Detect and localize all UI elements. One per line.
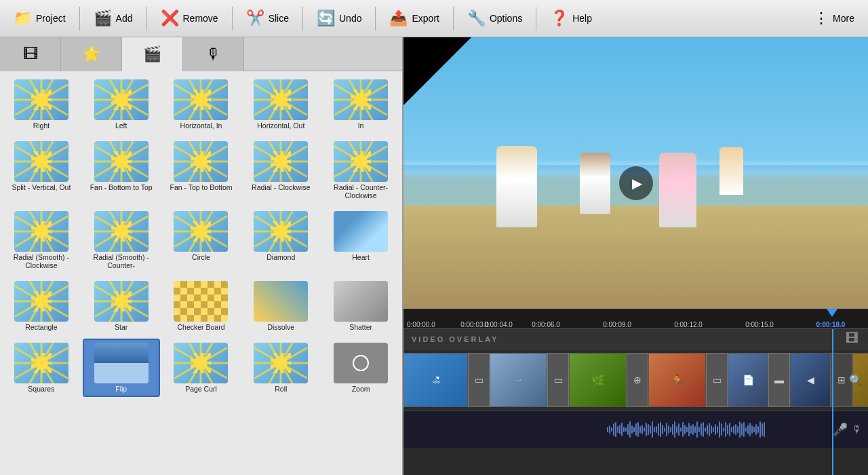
transition-fan-bottom-top[interactable]: Fan - Bottom to Top <box>83 137 160 204</box>
transition-page-curl[interactable]: Page Curl <box>163 339 240 398</box>
tab-audio[interactable]: 🎙 <box>183 37 244 71</box>
add-button[interactable]: 🎬 Add <box>85 5 141 31</box>
svg-line-118 <box>361 162 387 177</box>
svg-line-7 <box>15 85 41 100</box>
svg-line-105 <box>281 162 307 177</box>
waveform-bar <box>719 421 720 438</box>
transition-in[interactable]: In <box>322 75 399 134</box>
transition-dissolve[interactable]: Dissolve <box>242 277 319 336</box>
project-label: Project <box>36 13 66 24</box>
transitions-panel: Right Left Horizontal, In Horizontal, Ou… <box>0 71 402 475</box>
transition-horizontal-out[interactable]: Horizontal, Out <box>242 75 319 134</box>
transition-squares[interactable]: Squares <box>3 339 80 398</box>
transition-circle[interactable]: Circle <box>163 207 240 274</box>
svg-line-190 <box>26 281 41 301</box>
svg-line-236 <box>281 363 296 383</box>
waveform-bar <box>629 421 631 438</box>
clip-2[interactable]: → <box>490 353 547 407</box>
undo-button[interactable]: 🔄 Undo <box>309 5 370 31</box>
svg-line-8 <box>26 79 41 100</box>
transition-flip[interactable]: Flip <box>83 339 160 398</box>
svg-line-171 <box>281 231 296 252</box>
transition-roll[interactable]: Roll <box>242 339 319 398</box>
svg-point-38 <box>194 93 208 107</box>
svg-line-218 <box>41 343 57 363</box>
transition-radial-smooth-clockwise[interactable]: Radial (Smooth) - Clockwise <box>3 207 80 274</box>
transition-rectangle[interactable]: Rectangle <box>3 277 80 336</box>
mic-icon[interactable]: 🎤 <box>833 422 848 437</box>
svg-line-24 <box>121 85 148 100</box>
waveform-bar <box>623 427 625 432</box>
export-icon: 📤 <box>389 10 408 27</box>
waveform-bar <box>688 423 690 436</box>
options-button[interactable]: 🔧 Options <box>459 5 530 31</box>
transition-5[interactable]: ▬ <box>768 353 790 407</box>
transition-4[interactable]: ▭ <box>706 353 728 407</box>
transition-horizontal-in[interactable]: Horizontal, In <box>163 75 240 134</box>
transition-diamond[interactable]: Diamond <box>242 207 319 274</box>
transition-radial-clockwise[interactable]: Radial - Clockwise <box>242 137 319 204</box>
waveform-bar <box>762 423 763 436</box>
svg-line-76 <box>41 146 68 162</box>
right-area: 0:00:00.0 0:00:03.0 0:00:04.0 0:00:06.0 … <box>403 37 868 475</box>
playhead-triangle <box>827 309 837 317</box>
transition-heart[interactable]: Heart <box>322 207 399 274</box>
undo-label: Undo <box>339 13 361 24</box>
transition-thumb-ho <box>254 79 308 120</box>
toolbar: 📁 Project 🎬 Add ❌ Remove ✂️ Slice 🔄 Undo… <box>0 0 868 37</box>
waveform-bar <box>698 427 700 432</box>
clip-5[interactable]: 📄 <box>728 353 768 407</box>
play-button[interactable] <box>619 166 653 200</box>
transition-zoom[interactable]: Zoom <box>322 339 399 398</box>
export-button[interactable]: 📤 Export <box>381 5 447 31</box>
transition-2[interactable]: ▭ <box>547 353 569 407</box>
time-ruler: 0:00:00.0 0:00:03.0 0:00:04.0 0:00:06.0 … <box>403 309 868 329</box>
svg-line-192 <box>41 281 57 301</box>
transition-radial-smooth-counter[interactable]: Radial (Smooth) - Counter- <box>83 207 160 274</box>
remove-button[interactable]: ❌ Remove <box>153 5 226 31</box>
transition-star[interactable]: Star <box>83 277 160 336</box>
svg-line-30 <box>186 100 201 120</box>
svg-point-51 <box>274 93 288 107</box>
slice-icon: ✂️ <box>246 10 264 27</box>
waveform-bar <box>707 425 708 434</box>
clip-3[interactable]: 🌿 <box>569 353 627 407</box>
transition-split-vertical-out[interactable]: Split - Vertical, Out <box>3 137 80 204</box>
help-button[interactable]: ❓ Help <box>542 5 600 31</box>
transition-1[interactable]: ▭ <box>468 353 490 407</box>
clip-1[interactable]: 🏖 <box>403 353 468 407</box>
separator <box>453 7 454 31</box>
svg-line-170 <box>281 231 307 247</box>
svg-line-161 <box>175 231 201 247</box>
svg-line-128 <box>361 146 387 162</box>
svg-line-125 <box>346 141 361 162</box>
timeline-scroll-icon[interactable]: 🔍 <box>849 374 863 387</box>
clip-6[interactable]: ◀ <box>790 353 831 407</box>
transition-checker-board[interactable]: Checker Board <box>163 277 240 336</box>
audio-scroll-icon[interactable]: 🎙 <box>852 423 863 436</box>
transition-radial-counter-clockwise[interactable]: Radial - Counter- Clockwise <box>322 137 399 204</box>
project-button[interactable]: 📁 Project <box>5 5 74 31</box>
slice-button[interactable]: ✂️ Slice <box>238 5 297 31</box>
waveform-bar <box>760 421 761 438</box>
tab-favorites[interactable]: ⭐ <box>61 37 122 71</box>
transition-fan-top-bottom[interactable]: Fan - Top to Bottom <box>163 137 240 204</box>
waveform-bar <box>646 423 647 436</box>
svg-point-90 <box>115 155 128 168</box>
clip-4[interactable]: 🏃 <box>648 353 706 407</box>
transition-right[interactable]: Right <box>3 75 80 134</box>
transition-3[interactable]: ⊕ <box>627 353 648 407</box>
svg-line-44 <box>254 100 281 115</box>
transition-shatter[interactable]: Shatter <box>322 277 399 336</box>
tab-effects[interactable]: 🎞 <box>0 37 61 71</box>
svg-line-75 <box>41 141 57 162</box>
more-button[interactable]: ⋮ More <box>806 5 863 31</box>
svg-line-206 <box>121 286 148 301</box>
film-strip-icon: 🎞 <box>846 332 860 346</box>
svg-line-72 <box>15 146 41 162</box>
waveform-bar <box>639 426 641 433</box>
separator <box>79 7 80 31</box>
svg-line-124 <box>334 146 361 162</box>
tab-transitions[interactable]: 🎬 <box>122 37 183 71</box>
transition-left[interactable]: Left <box>83 75 160 134</box>
